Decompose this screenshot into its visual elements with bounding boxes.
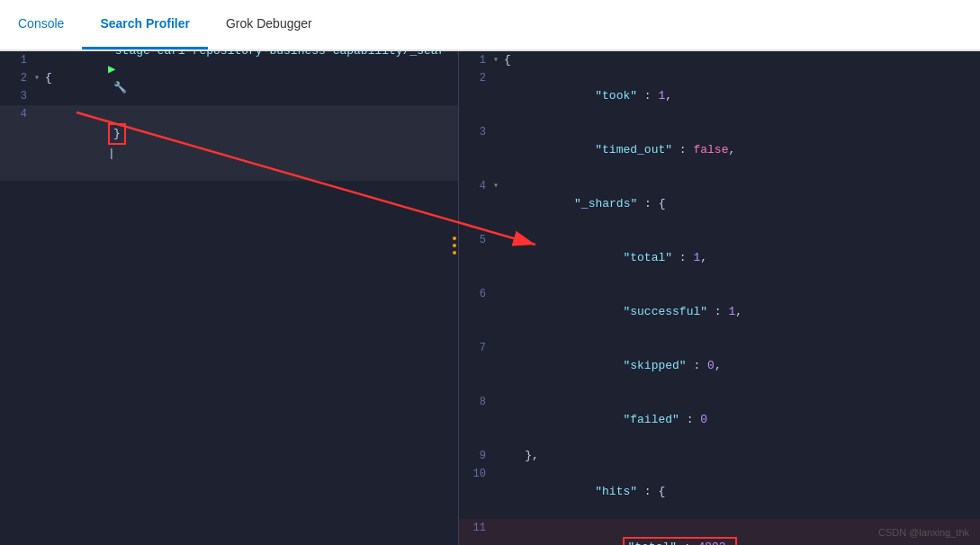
separator-dots — [453, 237, 456, 255]
main-content: 1 GET stage-earl-repository-business-cap… — [0, 51, 980, 545]
right-line-3: 3 "timed_out" : false, — [459, 123, 980, 177]
right-line-6: 6 "successful" : 1, — [459, 285, 980, 339]
right-line-8: 8 "failed" : 0 — [459, 393, 980, 447]
right-pane: 1 ▾ { 2 "took" : 1, 3 "timed_out" : fals… — [459, 51, 980, 545]
left-line-3: 3 — [0, 87, 458, 105]
right-code-area: 1 ▾ { 2 "took" : 1, 3 "timed_out" : fals… — [459, 51, 980, 545]
right-line-9: 9 }, — [459, 447, 980, 465]
left-pane: 1 GET stage-earl-repository-business-cap… — [0, 51, 459, 545]
watermark: CSDN @lanxing_thk — [878, 527, 969, 538]
left-line-1: 1 GET stage-earl-repository-business-cap… — [0, 51, 458, 69]
tab-search-profiler[interactable]: Search Profiler — [82, 0, 208, 49]
right-line-7: 7 "skipped" : 0, — [459, 339, 980, 393]
left-line-4: 4 } | — [0, 105, 458, 181]
right-line-1: 1 ▾ { — [459, 51, 980, 69]
tab-console[interactable]: Console — [0, 0, 82, 49]
right-line-2: 2 "took" : 1, — [459, 69, 980, 123]
right-line-4: 4 ▾ "_shards" : { — [459, 177, 980, 231]
right-line-10: 10 "hits" : { — [459, 465, 980, 519]
left-code-area: 1 GET stage-earl-repository-business-cap… — [0, 51, 458, 181]
tab-grok-debugger[interactable]: Grok Debugger — [208, 0, 330, 49]
right-line-5: 5 "total" : 1, — [459, 231, 980, 285]
left-line-2: 2 ▾ { — [0, 69, 458, 87]
tab-bar: Console Search Profiler Grok Debugger — [0, 0, 980, 51]
